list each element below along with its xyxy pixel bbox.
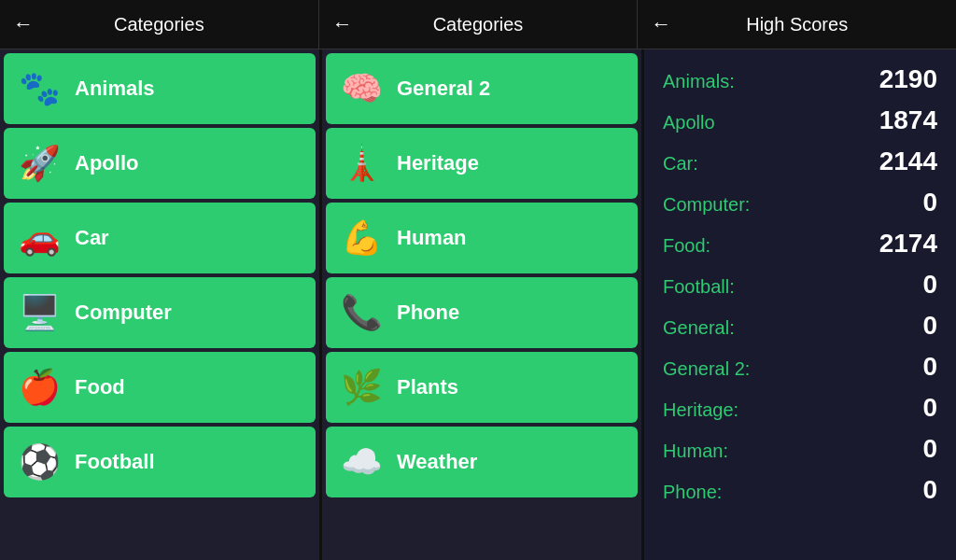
score-value: 1874 [879, 105, 937, 135]
score-row: Phone: 0 [663, 469, 937, 511]
main-content: 🐾 Animals 🚀 Apollo 🚗 Car 🖥️ Computer 🍎 F… [0, 49, 956, 560]
score-label: General 2: [663, 358, 750, 380]
score-row: Apollo 1874 [663, 100, 937, 141]
category-col-1: 🐾 Animals 🚀 Apollo 🚗 Car 🖥️ Computer 🍎 F… [0, 49, 322, 560]
category-icon: 💪 [341, 218, 382, 258]
score-label: Car: [663, 153, 698, 175]
score-label: Animals: [663, 71, 735, 92]
category-icon: 🖥️ [19, 293, 60, 332]
category-item[interactable]: 🐾 Animals [4, 53, 316, 124]
category-label: Animals [75, 77, 155, 101]
category-icon: ⚽ [19, 442, 60, 482]
category-label: Football [75, 450, 155, 474]
score-value: 0 [922, 311, 937, 341]
score-label: Apollo [663, 112, 715, 133]
category-icon: 🚗 [19, 218, 60, 258]
category-icon: 🚀 [19, 144, 60, 183]
category-item[interactable]: ☁️ Weather [326, 427, 638, 497]
category-label: Phone [397, 301, 459, 325]
category-label: Car [75, 226, 109, 250]
score-value: 0 [922, 434, 937, 464]
category-label: Food [75, 375, 125, 399]
back-button-1[interactable]: ← [13, 12, 34, 36]
score-row: General: 0 [663, 305, 937, 346]
category-col-2: 🧠 General 2 🗼 Heritage 💪 Human 📞 Phone 🌿… [322, 49, 644, 560]
category-icon: ☁️ [341, 442, 382, 482]
back-button-2[interactable]: ← [332, 12, 353, 36]
category-label: General 2 [397, 77, 490, 101]
category-icon: 📞 [341, 293, 382, 332]
category-item[interactable]: 🗼 Heritage [326, 128, 638, 199]
score-label: Football: [663, 276, 735, 298]
score-value: 2190 [879, 64, 937, 94]
category-icon: 🗼 [341, 144, 382, 183]
category-item[interactable]: 💪 Human [326, 203, 638, 273]
category-icon: 🧠 [341, 69, 382, 108]
category-item[interactable]: 🚀 Apollo [4, 128, 316, 199]
score-label: Heritage: [663, 399, 738, 421]
category-item[interactable]: 🧠 General 2 [326, 53, 638, 124]
score-label: Phone: [663, 482, 722, 503]
score-value: 0 [922, 352, 937, 382]
back-button-3[interactable]: ← [651, 12, 671, 36]
score-value: 2144 [879, 147, 937, 176]
category-label: Heritage [397, 151, 479, 175]
score-label: Human: [663, 441, 728, 462]
score-row: Football: 0 [663, 264, 937, 305]
header-title-3: High Scores [746, 14, 848, 35]
category-item[interactable]: ⚽ Football [4, 427, 316, 497]
score-value: 0 [922, 475, 937, 505]
score-value: 2174 [879, 229, 937, 259]
score-value: 0 [922, 188, 937, 217]
score-label: General: [663, 317, 735, 339]
category-label: Plants [397, 375, 458, 399]
category-label: Human [397, 226, 467, 250]
header-col-2: ← Categories [319, 0, 639, 49]
header-col-3: ← High Scores [638, 0, 956, 49]
category-label: Computer [75, 301, 172, 325]
header-col-1: ← Categories [0, 0, 319, 49]
score-value: 0 [922, 393, 937, 423]
category-item[interactable]: 🌿 Plants [326, 352, 638, 423]
score-row: Human: 0 [663, 428, 937, 469]
category-item[interactable]: 🚗 Car [4, 203, 316, 273]
category-item[interactable]: 📞 Phone [326, 277, 638, 348]
category-icon: 🐾 [19, 69, 60, 108]
score-row: Food: 2174 [663, 223, 937, 264]
scores-panel: Animals: 2190 Apollo 1874 Car: 2144 Comp… [644, 49, 956, 560]
score-row: General 2: 0 [663, 346, 937, 387]
category-icon: 🌿 [341, 368, 382, 407]
category-icon: 🍎 [19, 368, 60, 407]
score-row: Computer: 0 [663, 182, 937, 223]
score-label: Computer: [663, 194, 750, 216]
category-item[interactable]: 🖥️ Computer [4, 277, 316, 348]
score-value: 0 [922, 270, 937, 300]
header-row: ← Categories ← Categories ← High Scores [0, 0, 956, 49]
score-label: Food: [663, 235, 710, 257]
score-row: Heritage: 0 [663, 387, 937, 428]
header-title-1: Categories [114, 14, 204, 35]
category-item[interactable]: 🍎 Food [4, 352, 316, 423]
score-row: Animals: 2190 [663, 59, 937, 100]
category-label: Weather [397, 450, 477, 474]
score-row: Car: 2144 [663, 141, 937, 182]
category-label: Apollo [75, 151, 138, 175]
header-title-2: Categories [433, 14, 524, 35]
